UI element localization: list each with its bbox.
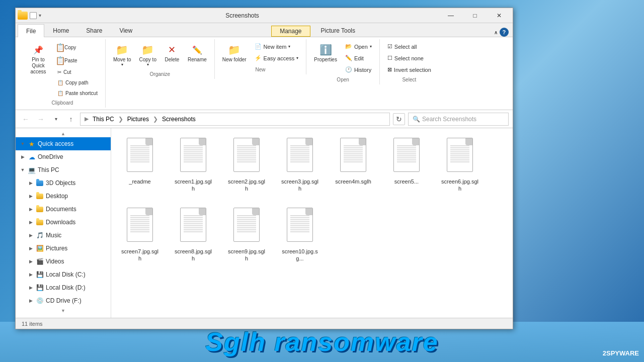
path-screenshots[interactable]: Screenshots xyxy=(160,115,198,124)
address-bar: ← → ▾ ↑ ▶ This PC ❯ Pictures ❯ Screensho… xyxy=(16,110,513,128)
sidebar-item-local-c[interactable]: ▶ 💾 Local Disk (C:) xyxy=(16,268,111,281)
organize-label: Organize xyxy=(150,71,171,77)
clipboard-label: Clipboard xyxy=(52,100,73,106)
sidebar-item-downloads[interactable]: ▶ Downloads xyxy=(16,216,111,229)
path-this-pc[interactable]: This PC xyxy=(91,115,116,124)
file-item-screen3[interactable]: screen3.jpg.sglh xyxy=(277,134,323,196)
search-box[interactable]: 🔍 Search Screenshots xyxy=(408,113,509,126)
new-label: New xyxy=(256,67,266,72)
sidebar-scroll-down[interactable]: ▼ xyxy=(16,307,111,314)
tab-view[interactable]: View xyxy=(111,24,141,37)
this-pc-icon: 💻 xyxy=(28,166,36,174)
back-button[interactable]: ← xyxy=(20,113,32,125)
sidebar-item-quick-access[interactable]: ▼ ★ Quick access xyxy=(16,137,111,150)
file-item-screen5[interactable]: screen5... xyxy=(384,134,429,196)
sidebar-item-music[interactable]: ▶ 🎵 Music xyxy=(16,229,111,242)
path-sep-1: ❯ xyxy=(118,116,123,123)
copy-path-icon: 📋 xyxy=(57,80,63,85)
file-icon-screen4 xyxy=(337,138,369,176)
rename-button[interactable]: ✏️ Rename xyxy=(184,41,210,65)
cut-button[interactable]: ✂ Cut xyxy=(54,67,101,77)
pictures-folder-icon: 🖼️ xyxy=(36,244,44,252)
tab-file[interactable]: File xyxy=(18,24,44,37)
copy-to-button[interactable]: 📁 Copy to ▾ xyxy=(136,41,160,69)
tab-picture-tools[interactable]: Picture Tools xyxy=(312,24,364,37)
expand-desktop-icon: ▶ xyxy=(28,194,34,199)
open-button[interactable]: 📂 Open ▾ xyxy=(342,41,375,52)
file-item-screen6[interactable]: screen6.jpg.sglh xyxy=(437,134,482,196)
music-folder-icon: 🎵 xyxy=(36,231,44,239)
item-count: 11 items xyxy=(22,321,43,327)
maximize-button[interactable]: □ xyxy=(463,8,487,23)
file-icon-screen7 xyxy=(124,208,156,246)
file-grid: _readmescreen1.jpg.sglhscreen2.jpg.sglhs… xyxy=(111,128,513,318)
paste-shortcut-button[interactable]: 📋 Paste shortcut xyxy=(54,88,101,98)
search-placeholder: Search Screenshots xyxy=(422,116,476,123)
recent-locations-button[interactable]: ▾ xyxy=(50,113,62,125)
new-item-button[interactable]: 📄 New item ▾ xyxy=(251,41,302,52)
history-button[interactable]: 🕐 History xyxy=(342,64,375,75)
copy-button[interactable]: 📋 Copy xyxy=(54,41,101,53)
downloads-folder-icon xyxy=(36,218,44,226)
file-item-screen2[interactable]: screen2.jpg.sglh xyxy=(224,134,269,196)
minimize-button[interactable]: — xyxy=(439,8,462,23)
easy-access-icon: ⚡ xyxy=(255,55,262,61)
select-all-button[interactable]: ☑ Select all xyxy=(384,41,435,52)
file-name-screen8: screen8.jpg.sglh xyxy=(174,248,212,262)
sidebar-item-videos[interactable]: ▶ 🎬 Videos xyxy=(16,255,111,268)
path-pictures[interactable]: Pictures xyxy=(125,115,151,124)
delete-button[interactable]: ✕ Delete xyxy=(161,41,183,65)
invert-selection-button[interactable]: ⊠ Invert selection xyxy=(384,64,435,75)
properties-button[interactable]: ℹ️ Properties xyxy=(310,41,341,65)
up-button[interactable]: ↑ xyxy=(65,113,77,125)
file-item-screen7[interactable]: screen7.jpg.sglh xyxy=(117,204,163,266)
move-to-button[interactable]: 📁 Move to ▾ xyxy=(110,41,135,69)
close-button[interactable]: ✕ xyxy=(488,8,511,23)
new-folder-icon: 📁 xyxy=(228,44,240,56)
sidebar-item-this-pc[interactable]: ▼ 💻 This PC xyxy=(16,163,111,176)
sidebar-item-local-d[interactable]: ▶ 💾 Local Disk (D:) xyxy=(16,281,111,294)
ribbon-select-group: ☑ Select all ☐ Select none ⊠ Invert sele… xyxy=(380,39,439,84)
explorer-window: ▾ Screenshots — □ ✕ File Home Share View… xyxy=(15,8,513,329)
sidebar-item-cd-drive[interactable]: ▶ 💿 CD Drive (F:) xyxy=(16,294,111,307)
new-folder-button[interactable]: 📁 New folder xyxy=(219,41,250,65)
file-item-screen10[interactable]: screen10.jpg.sg... xyxy=(277,204,323,266)
expand-pictures-icon: ▶ xyxy=(28,246,34,251)
ribbon-collapse-icon[interactable]: ∧ xyxy=(494,30,498,35)
file-name-screen3: screen3.jpg.sglh xyxy=(281,178,319,193)
sidebar-item-3d-objects[interactable]: ▶ 3D Objects xyxy=(16,176,111,190)
file-icon-screen1 xyxy=(177,138,209,176)
file-item-screen8[interactable]: screen8.jpg.sglh xyxy=(171,204,216,266)
file-icon-screen2 xyxy=(230,138,263,176)
sidebar: ▲ ▼ ★ Quick access ▶ ☁ OneDrive ▼ 💻 This… xyxy=(16,128,111,318)
pin-button[interactable]: 📌 Pin to Quick access xyxy=(24,41,53,77)
help-icon[interactable]: ? xyxy=(500,28,509,37)
sidebar-item-documents[interactable]: ▶ Documents xyxy=(16,203,111,216)
sidebar-item-desktop[interactable]: ▶ Desktop xyxy=(16,190,111,203)
tab-home[interactable]: Home xyxy=(44,24,77,37)
file-item-readme[interactable]: _readme xyxy=(117,134,163,196)
refresh-button[interactable]: ↻ xyxy=(393,113,405,125)
address-path[interactable]: ▶ This PC ❯ Pictures ❯ Screenshots xyxy=(80,113,390,126)
organize-items: 📁 Move to ▾ 📁 Copy to ▾ ✕ Delete ✏️ Rena… xyxy=(110,41,210,69)
edit-button[interactable]: ✏️ Edit xyxy=(342,53,375,63)
sidebar-item-onedrive[interactable]: ▶ ☁ OneDrive xyxy=(16,150,111,163)
easy-access-button[interactable]: ⚡ Easy access ▾ xyxy=(251,53,302,63)
file-name-screen10: screen10.jpg.sg... xyxy=(281,248,319,262)
sidebar-scroll-up[interactable]: ▲ xyxy=(16,130,111,137)
sidebar-item-pictures[interactable]: ▶ 🖼️ Pictures xyxy=(16,242,111,255)
tab-share[interactable]: Share xyxy=(77,24,111,37)
select-none-button[interactable]: ☐ Select none xyxy=(384,53,435,63)
file-icon-screen3 xyxy=(284,138,316,176)
tab-manage[interactable]: Manage xyxy=(271,26,310,37)
copy-path-button[interactable]: 📋 Copy path xyxy=(54,78,101,87)
paste-button[interactable]: 📋 Paste xyxy=(54,54,101,66)
file-item-screen1[interactable]: screen1.jpg.sglh xyxy=(171,134,216,196)
sidebar-item-onedrive-label: OneDrive xyxy=(38,153,63,160)
forward-button[interactable]: → xyxy=(35,113,47,125)
copy-icon: 📋 xyxy=(56,43,64,51)
file-item-screen9[interactable]: screen9.jpg.sglh xyxy=(224,204,269,266)
file-document-screen9 xyxy=(233,208,260,242)
file-icon-screen8 xyxy=(177,208,209,246)
file-item-screen4[interactable]: screen4m.sglh xyxy=(331,134,376,196)
